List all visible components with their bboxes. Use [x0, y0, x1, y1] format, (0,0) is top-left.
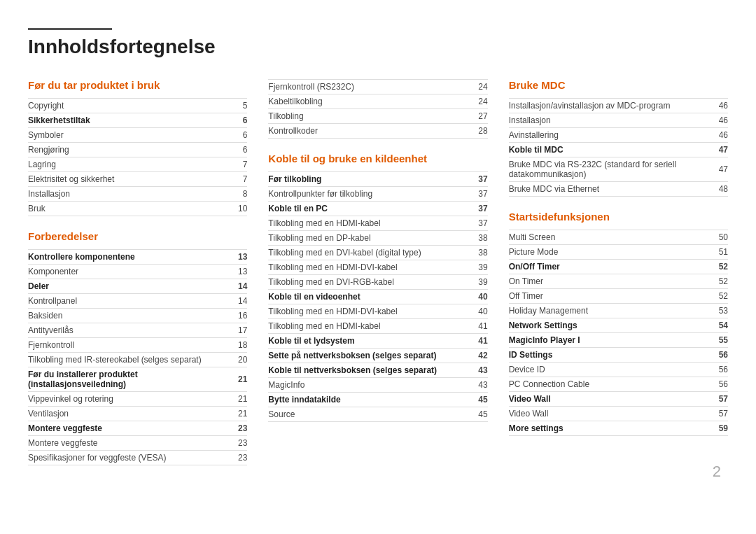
toc-table-1: Multi Screen50Picture Mode51On/Off Timer…: [509, 230, 728, 436]
table-row: Spesifikasjoner for veggfeste (VESA)23: [28, 451, 247, 465]
table-row: Før du installerer produktet (installasj…: [28, 367, 247, 392]
col1: Før du tar produktet i brukCopyright5Sik…: [28, 79, 268, 479]
table-row: Komponenter13: [28, 265, 247, 279]
row-label: Holiday Management: [509, 304, 698, 318]
col2: Fjernkontroll (RS232C)24Kabeltilkobling2…: [268, 79, 508, 479]
row-number: 40: [472, 304, 487, 319]
table-row: Installasjon8: [28, 187, 247, 202]
row-number: 23: [234, 436, 247, 451]
table-row: Bruke MDC via RS-232C (standard for seri…: [509, 157, 728, 182]
row-number: 7: [219, 157, 248, 172]
table-row: Lagring7: [28, 157, 247, 172]
table-row: Koble til et lydsystem41: [268, 334, 487, 349]
row-number: 55: [698, 333, 728, 348]
row-label: Koble til et lydsystem: [268, 334, 472, 349]
row-label: PC Connection Cable: [509, 377, 698, 392]
row-label: Før du installerer produktet (installasj…: [28, 367, 234, 392]
row-number: 18: [234, 338, 247, 353]
row-label: Sette på nettverksboksen (selges separat…: [268, 349, 472, 363]
row-label: More settings: [509, 421, 698, 436]
row-number: 51: [698, 245, 728, 260]
row-number: 54: [698, 318, 728, 333]
row-number: 28: [459, 124, 488, 139]
table-row: Antityverilås17: [28, 323, 247, 338]
table-row: Før tilkobling37: [268, 172, 487, 187]
row-number: 6: [219, 143, 248, 157]
row-label: Picture Mode: [509, 245, 698, 260]
row-number: 45: [472, 407, 487, 422]
table-row: Video Wall57: [509, 392, 728, 407]
section-0: Bruke MDCInstallasjon/avinstallasjon av …: [509, 79, 728, 197]
table-row: On/Off Timer52: [509, 260, 728, 274]
title-bar: [28, 28, 112, 30]
row-number: 10: [219, 202, 248, 216]
row-label: Kontrollkoder: [268, 124, 459, 139]
row-number: 37: [472, 216, 487, 231]
table-row: On Timer52: [509, 274, 728, 289]
row-number: 17: [234, 323, 247, 338]
row-number: 47: [715, 157, 728, 182]
row-number: 23: [234, 451, 247, 465]
row-number: 47: [715, 143, 728, 157]
section-heading-0: Bruke MDC: [509, 79, 728, 91]
row-number: 41: [472, 334, 487, 349]
table-row: Bytte inndatakilde45: [268, 393, 487, 407]
row-label: MagicInfo: [268, 378, 472, 393]
row-number: 46: [715, 99, 728, 113]
section-1: Koble til og bruke en kildeenhetFør tilk…: [268, 153, 487, 422]
table-row: Koble til en PC37: [268, 202, 487, 216]
table-row: Copyright5: [28, 99, 247, 113]
row-label: Tilkobling med en DP-kabel: [268, 231, 472, 246]
row-number: 56: [698, 363, 728, 377]
table-row: Koble til MDC47: [509, 143, 728, 157]
row-number: 41: [472, 319, 487, 334]
table-row: Fjernkontroll18: [28, 338, 247, 353]
row-label: Network Settings: [509, 318, 698, 333]
table-row: Tilkobling med en HDMI-kabel37: [268, 216, 487, 231]
row-label: Koble til en PC: [268, 202, 472, 216]
row-label: Tilkobling med en HDMI-kabel: [268, 319, 472, 334]
row-number: 37: [472, 202, 487, 216]
table-row: Picture Mode51: [509, 245, 728, 260]
row-label: Installasjon: [509, 113, 715, 128]
row-label: Tilkobling med en HDMI-DVI-kabel: [268, 260, 472, 275]
table-row: Tilkobling med en HDMI-DVI-kabel39: [268, 260, 487, 275]
row-label: Fjernkontroll: [28, 338, 234, 353]
row-number: 48: [715, 182, 728, 197]
row-label: Video Wall: [509, 407, 698, 421]
row-number: 39: [472, 275, 487, 290]
table-row: Ventilasjon21: [28, 407, 247, 421]
table-row: Fjernkontroll (RS232C)24: [268, 80, 487, 94]
row-number: 56: [698, 348, 728, 363]
row-number: 14: [234, 279, 247, 294]
table-row: Sette på nettverksboksen (selges separat…: [268, 349, 487, 363]
row-number: 39: [472, 260, 487, 275]
toc-table-0: Installasjon/avinstallasjon av MDC-progr…: [509, 98, 728, 197]
row-label: On Timer: [509, 274, 698, 289]
row-label: Tilkobling med en HDMI-kabel: [268, 216, 472, 231]
row-label: Bruk: [28, 202, 219, 216]
row-label: Avinstallering: [509, 128, 715, 143]
page: Innholdsfortegnelse Før du tar produktet…: [14, 0, 742, 493]
table-row: Bruk10: [28, 202, 247, 216]
row-number: 57: [698, 392, 728, 407]
row-label: Symboler: [28, 128, 219, 143]
table-row: Tilkobling med en DVI-RGB-kabel39: [268, 275, 487, 290]
row-number: 42: [472, 349, 487, 363]
row-number: 21: [234, 407, 247, 421]
row-number: 24: [459, 94, 488, 109]
table-row: Installasjon/avinstallasjon av MDC-progr…: [509, 99, 728, 113]
table-row: Tilkobling med en DP-kabel38: [268, 231, 487, 246]
row-number: 20: [234, 353, 247, 367]
row-label: MagicInfo Player I: [509, 333, 698, 348]
table-row: Koble til en videoenhet40: [268, 290, 487, 304]
table-row: Device ID56: [509, 363, 728, 377]
row-number: 45: [472, 393, 487, 407]
table-row: Vippevinkel og rotering21: [28, 392, 247, 407]
row-number: 38: [472, 231, 487, 246]
row-label: Elektrisitet og sikkerhet: [28, 172, 219, 187]
row-label: Sikkerhetstiltak: [28, 113, 219, 128]
table-row: Kontrollkoder28: [268, 124, 487, 139]
table-row: Baksiden16: [28, 309, 247, 323]
row-label: Lagring: [28, 157, 219, 172]
